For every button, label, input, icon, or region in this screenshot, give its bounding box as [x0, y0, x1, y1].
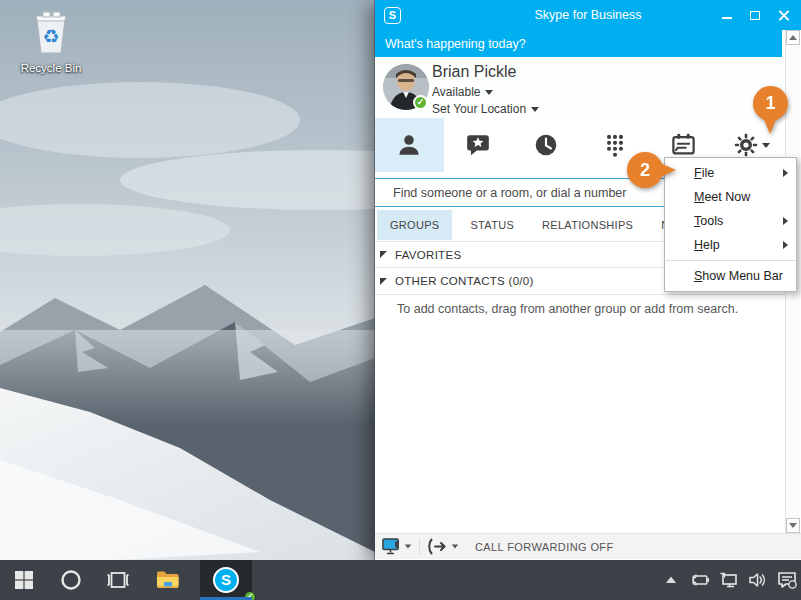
tab-groups[interactable]: GROUPS: [377, 210, 452, 240]
windows-logo-icon: [15, 571, 33, 589]
callout-step-2: 2: [627, 152, 663, 188]
availability-label: Available: [432, 85, 480, 99]
start-button[interactable]: [0, 560, 48, 600]
primary-device-button[interactable]: [375, 534, 419, 559]
call-forwarding-status: CALL FORWARDING OFF: [475, 541, 614, 553]
submenu-arrow-icon: [783, 217, 788, 225]
window-titlebar[interactable]: S Skype for Business: [375, 0, 801, 30]
tab-conversations[interactable]: [512, 118, 581, 172]
screen: ♻ Recycle Bin S Skype for Business What'…: [0, 0, 801, 600]
dial-pad-icon: [602, 132, 628, 158]
menu-item-show-menu-bar[interactable]: Show Menu Bar: [665, 264, 796, 288]
tab-chat-rooms[interactable]: [444, 118, 513, 172]
callout-1-tail: [763, 117, 777, 134]
group-favorites-label: FAVORITES: [395, 249, 461, 261]
monitor-device-icon: [382, 538, 401, 555]
network-icon: [719, 572, 739, 588]
volume-tray-button[interactable]: [748, 560, 768, 600]
meetings-calendar-icon: [670, 132, 697, 159]
gear-icon: [734, 133, 758, 157]
call-forwarding-icon: [427, 538, 448, 555]
menu-item-file[interactable]: File: [665, 161, 796, 185]
call-forwarding-button[interactable]: [420, 534, 466, 559]
expand-triangle-icon: [380, 251, 387, 258]
tab-status[interactable]: STATUS: [460, 210, 524, 240]
svg-text:♻: ♻: [42, 26, 59, 47]
window-footer: CALL FORWARDING OFF: [375, 533, 801, 559]
network-tray-button[interactable]: [719, 560, 739, 600]
menu-separator: [666, 260, 795, 261]
chevron-down-icon: [452, 545, 458, 549]
clock-icon: [533, 132, 559, 158]
tab-relationships[interactable]: RELATIONSHIPS: [532, 210, 643, 240]
window-controls: [713, 0, 797, 30]
speaker-icon: [748, 572, 768, 588]
empty-contacts-hint: To add contacts, drag from another group…: [397, 302, 777, 316]
options-dropdown-menu: File Meet Now Tools Help Show Menu Bar: [664, 157, 797, 292]
profile-area: ✓ Brian Pickle Available Set Your Locati…: [375, 57, 782, 118]
group-other-contacts-label: OTHER CONTACTS (0/0): [395, 275, 534, 287]
scroll-up-button[interactable]: [786, 30, 800, 45]
menu-item-help[interactable]: Help: [665, 233, 796, 257]
recycle-bin-icon: ♻: [30, 10, 72, 56]
maximize-icon: [750, 11, 760, 20]
user-name: Brian Pickle: [432, 63, 516, 81]
file-explorer-icon: [156, 570, 180, 590]
chevron-down-icon: [405, 545, 411, 549]
cortana-ring-icon: [60, 569, 82, 591]
menu-item-tools[interactable]: Tools: [665, 209, 796, 233]
set-location-label: Set Your Location: [432, 102, 526, 116]
whats-happening-input[interactable]: What's happening today?: [375, 30, 782, 57]
taskbar: S ✓: [0, 560, 801, 600]
file-explorer-button[interactable]: [144, 560, 192, 600]
callout-step-1: 1: [753, 86, 788, 121]
minimize-button[interactable]: [713, 0, 741, 30]
submenu-arrow-icon: [783, 169, 788, 177]
chevron-down-icon: [485, 90, 493, 95]
menu-item-meet-now[interactable]: Meet Now: [665, 185, 796, 209]
close-button[interactable]: [769, 0, 797, 30]
recycle-bin-shortcut[interactable]: ♻ Recycle Bin: [14, 10, 88, 74]
tab-contacts[interactable]: [375, 118, 444, 172]
scroll-down-button[interactable]: [786, 518, 800, 533]
close-icon: [778, 10, 789, 21]
scroll-up-icon: [789, 35, 797, 40]
callout-2-tail: [658, 162, 676, 178]
chevron-down-icon: [762, 143, 770, 148]
callout-1-number: 1: [753, 86, 788, 121]
submenu-arrow-icon: [783, 241, 788, 249]
minimize-icon: [722, 17, 732, 19]
skype-taskbar-icon: S: [213, 567, 239, 593]
chevron-up-icon: [665, 576, 677, 584]
contacts-person-icon: [396, 132, 422, 158]
skype-taskbar-button[interactable]: S ✓: [200, 560, 252, 600]
task-view-icon: [107, 571, 129, 589]
expand-triangle-icon: [380, 278, 387, 285]
availability-dropdown[interactable]: Available: [432, 85, 493, 99]
system-tray: [661, 560, 797, 600]
presence-available-badge: ✓: [413, 95, 428, 110]
scroll-down-icon: [789, 523, 797, 528]
show-hidden-icons-button[interactable]: [661, 560, 681, 600]
action-center-button[interactable]: [777, 560, 797, 600]
set-location-dropdown[interactable]: Set Your Location: [432, 102, 539, 116]
task-view-button[interactable]: [94, 560, 142, 600]
maximize-button[interactable]: [741, 0, 769, 30]
battery-tray-button[interactable]: [690, 560, 710, 600]
action-center-icon: [777, 571, 797, 589]
recycle-bin-label: Recycle Bin: [14, 62, 88, 74]
chevron-down-icon: [531, 107, 539, 112]
cortana-button[interactable]: [48, 560, 94, 600]
whats-happening-placeholder: What's happening today?: [385, 37, 526, 51]
battery-icon: [690, 573, 710, 587]
chat-rooms-icon: [465, 132, 491, 158]
